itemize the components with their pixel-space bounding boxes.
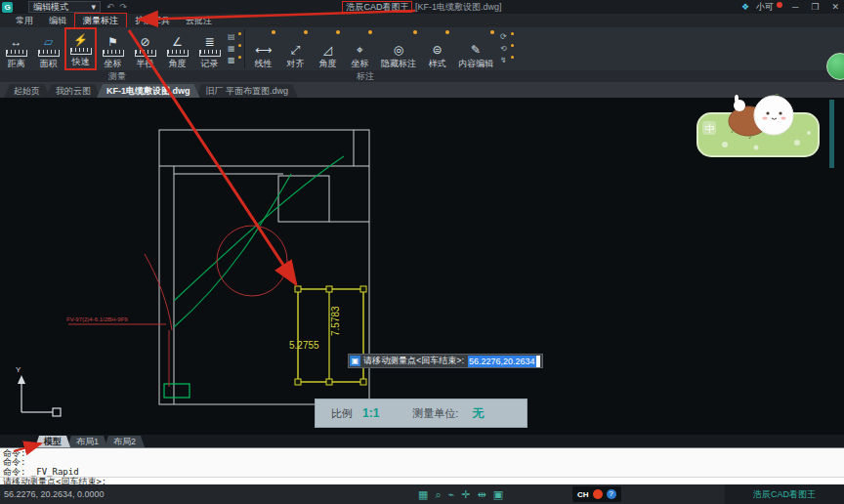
- dim-edit-icon: ✎: [471, 44, 481, 57]
- ruler-icon: [38, 50, 60, 57]
- status-app-name: 浩辰CAD看图王: [725, 484, 844, 504]
- annotate-extra-icon[interactable]: ⟳: [498, 32, 515, 42]
- svg-text:♪: ♪: [731, 128, 734, 134]
- tab-layout1[interactable]: 布局1: [67, 436, 107, 447]
- coordinate-input[interactable]: 56.2276,20.2634: [468, 356, 540, 367]
- annotate-extra-tools: ⟳ ⟲ ↯: [498, 27, 515, 70]
- close-button[interactable]: ✕: [828, 2, 842, 12]
- red-circle[interactable]: [217, 226, 287, 296]
- unit-value: 无: [472, 405, 484, 422]
- badge-dot: [490, 30, 494, 34]
- quick-measure-button[interactable]: ⚡ 快速: [64, 27, 97, 70]
- sticker-sprout: [776, 94, 783, 95]
- grid-icon[interactable]: ▦: [418, 488, 428, 501]
- coordinate-button[interactable]: ⚑ 坐标: [97, 27, 129, 70]
- ribbon-group-measure: ↔ 距离 ▱ 面积 ⚡ 快速 ⚑ 坐标 ⊘ 半径 ∠ 角度: [0, 27, 242, 70]
- quick-measure-icon: ⚡: [73, 34, 88, 47]
- ruler-icon: [103, 50, 124, 57]
- ucs-icon: [18, 375, 61, 416]
- annotate-group-label: 标注: [237, 70, 493, 82]
- annotate-extra-icon[interactable]: ⟲: [498, 44, 515, 54]
- area-button[interactable]: ▱ 面积: [32, 27, 64, 70]
- scale-value: 1:1: [362, 406, 379, 420]
- measure-extra-icon[interactable]: ▦: [226, 44, 242, 54]
- unit-label: 测量单位:: [412, 406, 458, 421]
- doc-tab-floorplan[interactable]: 旧厂 平面布置图.dwg: [196, 84, 299, 98]
- pan-icon[interactable]: ✛: [461, 488, 470, 501]
- doc-tab-active-drawing[interactable]: KF-1电缆敷设图.dwg: [97, 84, 200, 98]
- dim-style-button[interactable]: ⊜ 样式: [421, 27, 453, 70]
- command-window[interactable]: 命令: 命令: 命令: _FV_Rapid 请移动测量点<回车结束>:: [0, 447, 844, 484]
- tab-model[interactable]: 模型: [35, 436, 70, 447]
- ime-help-icon[interactable]: ?: [607, 489, 616, 499]
- notification-badge: [777, 2, 782, 8]
- fit-width-icon[interactable]: ⇹: [477, 488, 485, 501]
- measure-group-label: 测量: [0, 70, 234, 82]
- dim-edit-button[interactable]: ✎ 内容编辑: [453, 27, 498, 70]
- plan-outer-wall: [159, 130, 369, 404]
- badge-dot: [304, 30, 308, 34]
- fullscreen-icon[interactable]: ▣: [493, 488, 503, 501]
- badge-dot: [238, 44, 241, 47]
- user-name[interactable]: 小可: [756, 1, 774, 14]
- record-button[interactable]: ≣ 记录: [193, 27, 226, 70]
- distance-ruler-icon: ↔: [11, 36, 22, 49]
- app-title-highlight: 浩辰CAD看图王: [342, 1, 412, 13]
- angular-dim-button[interactable]: ◿ 角度: [312, 27, 344, 70]
- measure-icon[interactable]: ⌁: [448, 488, 455, 501]
- measure-width-value: 5.2755: [289, 340, 319, 351]
- command-prompt[interactable]: 请移动测量点<回车结束>:: [0, 477, 844, 484]
- ordinate-dim-button[interactable]: ⌖ 坐标: [344, 27, 376, 70]
- cable-tag-label: FV-97(2)4-6.1/2BH-9F9: [66, 316, 128, 322]
- badge-dot: [336, 30, 340, 34]
- radius-button[interactable]: ⊘ 半径: [129, 27, 161, 70]
- scale-label: 比例: [331, 406, 353, 421]
- vip-gem-icon[interactable]: ❖: [741, 2, 749, 12]
- scale-panel: 比例 1:1 测量单位: 无: [315, 399, 528, 428]
- ime-language-indicator[interactable]: CH: [577, 490, 589, 499]
- badge-dot: [413, 30, 417, 34]
- measure-extra-tools: ▤ ▦ ▩: [226, 27, 242, 70]
- tab-measure-annotate[interactable]: 测量标注: [74, 13, 127, 29]
- document-title: [KF-1电缆敷设图.dwg]: [415, 2, 502, 12]
- ime-tray: CH ?: [572, 486, 621, 502]
- badge-dot: [511, 56, 514, 59]
- annotate-extra-icon[interactable]: ↯: [498, 56, 515, 65]
- command-history-line: 命令: _FV_Rapid: [0, 468, 844, 477]
- prompt-icon: ▣: [350, 356, 360, 366]
- badge-dot: [511, 44, 514, 47]
- ime-sogou-icon[interactable]: [593, 489, 603, 499]
- radius-ruler-icon: ⊘: [140, 36, 149, 49]
- angular-dim-icon: ◿: [323, 44, 332, 57]
- doc-tab-start-page[interactable]: 起始页: [4, 84, 50, 98]
- measure-extra-icon[interactable]: ▩: [226, 56, 242, 65]
- tab-cloud-note[interactable]: 云批注: [178, 14, 220, 28]
- badge-dot: [238, 56, 241, 59]
- tab-edit[interactable]: 编辑: [41, 14, 74, 28]
- side-panel-handle[interactable]: [829, 100, 834, 168]
- restore-button[interactable]: ❐: [808, 2, 822, 12]
- drawing-canvas[interactable]: FV-97(2)4-6.1/2BH-9F9 5.2755 7.5783 Y: [0, 98, 844, 435]
- badge-dot: [272, 30, 275, 34]
- cable-polyline[interactable]: [174, 156, 344, 327]
- zoom-icon[interactable]: ⌕: [435, 488, 441, 501]
- angle-ruler-icon: ∠: [172, 36, 183, 49]
- distance-button[interactable]: ↔ 距离: [0, 27, 32, 70]
- tab-layout2[interactable]: 布局2: [105, 436, 145, 447]
- dim-style-icon: ⊜: [432, 44, 442, 57]
- doc-tab-my-cloud[interactable]: 我的云图: [46, 84, 101, 98]
- minimize-button[interactable]: ─: [789, 2, 801, 12]
- angle-measure-button[interactable]: ∠ 角度: [161, 27, 193, 70]
- tab-common[interactable]: 常用: [8, 14, 41, 28]
- measure-extra-icon[interactable]: ▤: [226, 32, 242, 42]
- ribbon-divider: [244, 29, 245, 68]
- tab-extend-tools[interactable]: 扩展工具: [127, 14, 178, 28]
- ruler-icon: [199, 50, 221, 57]
- linear-dim-button[interactable]: ⟷ 线性: [247, 27, 279, 70]
- hide-dim-button[interactable]: ◎ 隐藏标注: [376, 27, 421, 70]
- aligned-dim-button[interactable]: ⤢ 对齐: [279, 27, 312, 70]
- command-history-line: 命令:: [0, 449, 844, 458]
- green-block[interactable]: [164, 384, 190, 398]
- status-bar: 56.2276, 20.2634, 0.0000 ▦ ⌕ ⌁ ✛ ⇹ ▣ CH …: [0, 484, 844, 504]
- linear-dim-icon: ⟷: [255, 44, 272, 57]
